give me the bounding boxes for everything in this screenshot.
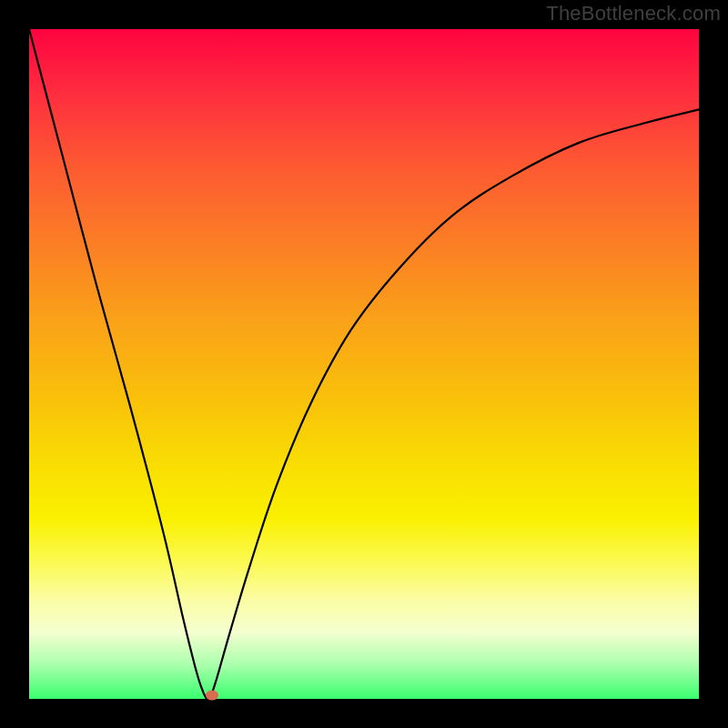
chart-frame: TheBottleneck.com — [0, 0, 728, 728]
optimum-marker — [206, 691, 218, 701]
curve-left-branch — [29, 29, 207, 699]
watermark-label: TheBottleneck.com — [546, 2, 721, 25]
plot-area — [29, 29, 699, 699]
curve-right-branch — [210, 109, 699, 699]
curve-layer — [29, 29, 699, 699]
